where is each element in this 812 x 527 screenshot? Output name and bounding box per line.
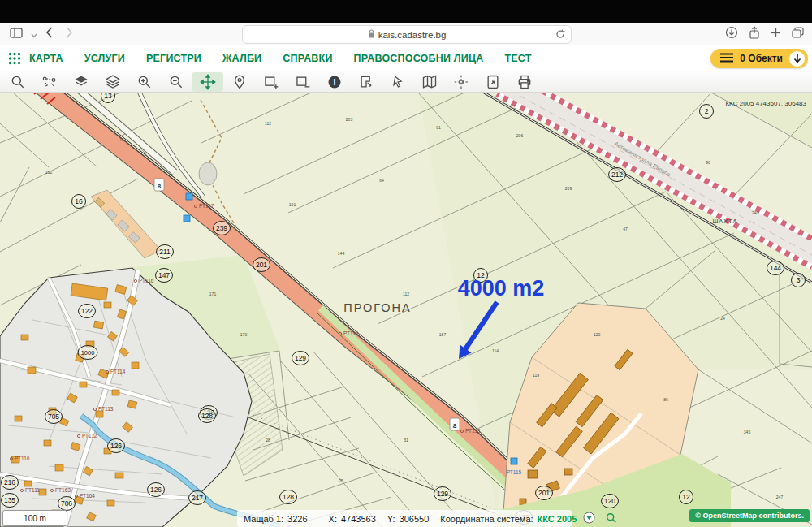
svg-text:РТ111: РТ111 [25,487,40,493]
status-search-icon[interactable] [605,512,618,526]
tabs-overview-icon[interactable] [792,27,804,41]
svg-text:144: 144 [338,251,345,256]
tool-layers-outline[interactable] [97,72,128,92]
objects-expand-icon[interactable] [789,51,805,67]
svg-text:201: 201 [256,261,267,269]
svg-text:135: 135 [4,496,15,504]
menu-item-registri[interactable]: РЕГИСТРИ [146,53,201,64]
osm-attribution-text: © OpenStreetMap contributors. [695,512,804,520]
svg-text:РТ113: РТ113 [98,406,114,412]
share-icon[interactable] [749,26,760,42]
svg-text:120: 120 [604,497,615,505]
svg-text:28: 28 [266,438,270,443]
tool-layers-solid[interactable] [65,72,97,92]
menu-item-test[interactable]: ТЕСТ [504,53,531,64]
pond [199,162,217,185]
svg-text:122: 122 [81,307,93,315]
svg-text:170: 170 [240,332,248,337]
main-menu: КАРТА УСЛУГИ РЕГИСТРИ ЖАЛБИ СПРАВКИ ПРАВ… [29,45,532,71]
system-top-bar [0,0,812,23]
svg-text:РТ163: РТ163 [55,487,71,493]
menu-item-karta[interactable]: КАРТА [29,53,63,64]
back-button[interactable] [45,27,53,41]
sidebar-toggle-icon[interactable] [10,27,23,41]
svg-text:209: 209 [565,186,572,191]
svg-text:128: 128 [201,412,213,420]
svg-text:8: 8 [158,183,162,190]
downloads-icon[interactable] [725,26,738,42]
svg-text:206: 206 [516,133,524,138]
crs-value[interactable]: ККС 2005 [538,514,577,524]
annotation-area-label: 4000 m2 [458,276,545,300]
tool-pan[interactable] [192,72,223,92]
tool-zoom-in[interactable] [128,72,160,92]
svg-text:РТ118: РТ118 [465,428,481,434]
svg-text:16: 16 [75,197,83,205]
svg-text:171: 171 [209,292,217,296]
svg-text:247: 247 [776,495,784,499]
svg-text:РТ117: РТ117 [199,203,214,209]
url-text: kais.cadastre.bg [378,30,447,40]
svg-text:129: 129 [437,490,448,498]
tool-map-sheets[interactable] [413,72,445,92]
tool-select-pointer[interactable] [382,72,413,92]
menu-item-pravosposobni-lica[interactable]: ПРАВОСПОСОБНИ ЛИЦА [354,53,484,64]
tool-select-rect-subtract[interactable] [287,72,318,92]
scale-value: 3226 [287,514,307,524]
svg-text:13: 13 [104,93,112,100]
apps-grid-icon[interactable] [8,52,21,65]
svg-text:101: 101 [289,202,296,207]
tool-location-pin[interactable] [223,72,255,92]
map-canvas[interactable]: 1122038164206209962401011441121871141191… [0,93,812,527]
tool-print[interactable] [508,72,540,92]
svg-text:81: 81 [436,125,441,130]
address-bar[interactable]: kais.cadastre.bg [242,25,572,44]
menu-item-spravki[interactable]: СПРАВКИ [283,53,332,64]
tool-measure-route[interactable] [33,72,65,92]
svg-text:25: 25 [339,478,343,483]
y-value: 306550 [400,514,430,524]
site-menu-bar: КАРТА УСЛУГИ РЕГИСТРИ ЖАЛБИ СПРАВКИ ПРАВ… [0,45,812,71]
tool-search[interactable] [2,72,33,92]
tool-coordinates-crosshair[interactable] [445,72,477,92]
svg-text:РТ110: РТ110 [15,456,30,461]
svg-text:РТ112: РТ112 [82,433,97,438]
svg-text:217: 217 [192,494,203,502]
svg-text:114: 114 [492,348,499,353]
svg-text:24: 24 [720,316,725,321]
browser-toolbar: kais.cadastre.bg [0,23,812,45]
status-bar: Мащаб 1: 3226 X: 4743563 Y: 306550 Коорд… [237,510,572,527]
objects-button[interactable]: 0 Обекти [710,49,808,68]
svg-text:РТ114: РТ114 [110,369,126,374]
chevron-down-icon[interactable] [31,27,37,41]
svg-text:2: 2 [705,107,709,115]
tool-info[interactable]: i [318,72,350,92]
svg-text:345: 345 [744,430,751,434]
svg-text:216: 216 [4,478,15,486]
svg-text:120: 120 [594,332,601,337]
svg-text:147: 147 [158,271,170,279]
crs-dropdown-icon[interactable] [583,512,595,525]
tool-select-rect-add[interactable] [255,72,287,92]
corner-coordinates-label: ККС 2005 4743607, 306483 [725,100,806,107]
svg-text:РТ115: РТ115 [507,469,522,475]
svg-text:РТ164: РТ164 [80,493,95,499]
tool-export-page[interactable] [477,72,508,92]
svg-text:47: 47 [623,227,628,231]
svg-text:201: 201 [538,489,550,497]
svg-text:129: 129 [295,354,306,362]
menu-item-uslugi[interactable]: УСЛУГИ [84,53,125,64]
new-tab-icon[interactable] [771,27,781,41]
cadastral-map: 1122038164206209962401011441121871141191… [0,93,812,527]
tool-select-shape[interactable] [350,72,382,92]
svg-text:1000: 1000 [81,349,95,356]
osm-attribution[interactable]: © OpenStreetMap contributors. [689,509,810,522]
tool-zoom-out[interactable] [160,72,192,92]
forward-button[interactable] [66,27,73,41]
menu-item-zhalbi[interactable]: ЖАЛБИ [222,53,261,64]
reload-icon[interactable] [555,29,565,41]
svg-text:239: 239 [216,224,227,232]
scalebar: 100 m [2,510,67,526]
svg-text:152: 152 [45,170,53,175]
svg-text:71: 71 [119,137,124,142]
